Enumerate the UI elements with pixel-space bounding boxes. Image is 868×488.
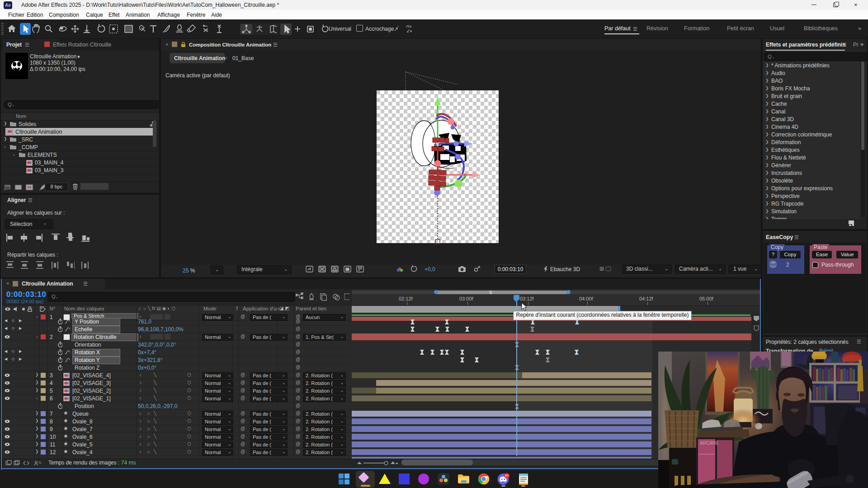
svg-text:9+: 9+ (505, 474, 509, 477)
